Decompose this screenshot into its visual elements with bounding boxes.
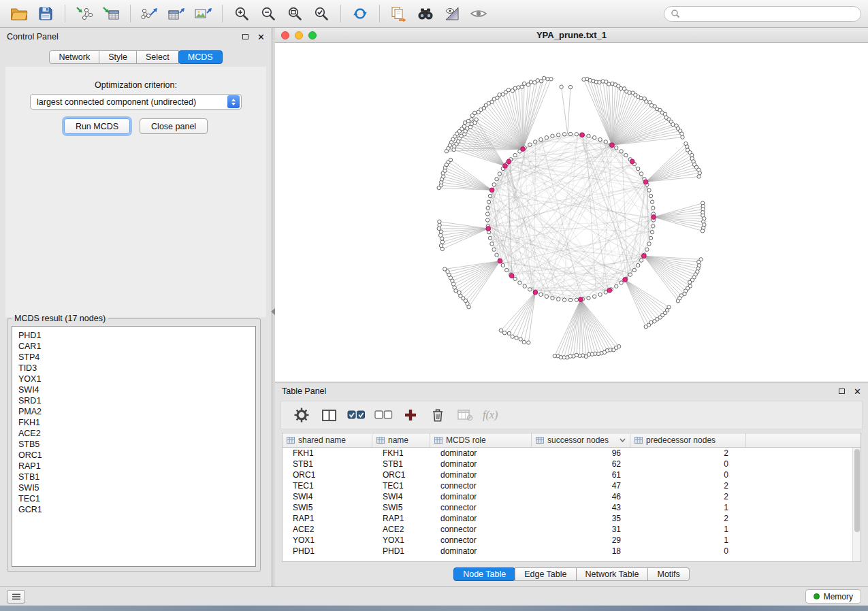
export-network-button[interactable] [138, 3, 162, 24]
birds-eye-view-button[interactable] [466, 3, 491, 24]
open-folder-icon [10, 6, 28, 21]
table-cell: STB1 [372, 459, 430, 469]
table-cell: connector [430, 535, 532, 546]
table-row[interactable]: RAP1RAP1dominator352 [283, 513, 852, 524]
toolbar-separator [379, 5, 380, 22]
table-cell-empty [738, 513, 852, 524]
mcds-node-item[interactable]: ACE2 [18, 428, 249, 439]
tab-network-table[interactable]: Network Table [576, 567, 649, 581]
tab-network[interactable]: Network [49, 50, 99, 64]
mcds-node-item[interactable]: TEC1 [18, 493, 249, 504]
refresh-layout-button[interactable] [348, 3, 372, 24]
table-row[interactable]: PHD1PHD1dominator180 [283, 546, 852, 557]
clone-network-button[interactable] [387, 3, 411, 24]
export-table-button[interactable] [164, 3, 189, 24]
mcds-node-item[interactable]: STP4 [18, 352, 249, 363]
import-network-button[interactable] [72, 3, 97, 24]
plus-icon [404, 408, 417, 422]
search-input[interactable] [684, 9, 854, 18]
mcds-result-list[interactable]: PHD1CAR1STP4TID3YOX1SWI4SRD1PMA2FKH1ACE2… [12, 326, 256, 567]
mcds-node-item[interactable]: STB5 [18, 439, 249, 450]
network-view-window: YPA_prune.txt_1 [275, 28, 868, 382]
search-box[interactable] [664, 6, 861, 22]
table-cell: 2 [630, 448, 738, 459]
table-scrollbar[interactable] [852, 448, 861, 561]
column-header-MCDS-role[interactable]: MCDS role [430, 433, 532, 447]
zoom-fit-button[interactable] [283, 3, 307, 24]
zoom-selected-button[interactable] [309, 3, 334, 24]
table-row[interactable]: YOX1YOX1connector291 [283, 535, 852, 546]
zoom-out-button[interactable] [256, 3, 280, 24]
tab-node-table[interactable]: Node Table [453, 567, 515, 581]
optimization-criterion-dropdown[interactable]: largest connected component (undirected) [30, 94, 242, 110]
save-session-button[interactable] [33, 3, 58, 24]
export-image-button[interactable] [191, 3, 215, 24]
control-panel-title: Control Panel [7, 32, 59, 42]
node-table-header-row: shared namenameMCDS rolesuccessor nodesp… [283, 433, 861, 448]
close-window-icon[interactable] [281, 31, 289, 39]
column-header-name[interactable]: name [372, 433, 430, 447]
graphics-details-button[interactable] [440, 3, 464, 24]
dropdown-selected-value: largest connected component (undirected) [31, 97, 227, 107]
column-header-predecessor-nodes[interactable]: predecessor nodes [630, 433, 746, 447]
run-mcds-button[interactable]: Run MCDS [64, 118, 130, 134]
mcds-node-item[interactable]: TID3 [18, 363, 249, 374]
table-row[interactable]: ORC1ORC1dominator610 [283, 469, 852, 480]
table-cell: dominator [430, 546, 532, 557]
table-cell: ORC1 [283, 469, 372, 480]
tab-motifs[interactable]: Motifs [647, 567, 689, 581]
close-panel-button[interactable]: Close panel [140, 118, 208, 134]
find-button[interactable] [413, 3, 438, 24]
table-row[interactable]: TEC1TEC1connector472 [283, 480, 852, 491]
tab-style[interactable]: Style [99, 50, 137, 64]
search-icon [671, 9, 680, 18]
chevron-down-icon[interactable] [620, 438, 626, 442]
delete-column-button[interactable] [425, 404, 450, 426]
scrollbar-thumb[interactable] [854, 449, 860, 532]
column-header-successor-nodes[interactable]: successor nodes [532, 433, 630, 447]
table-settings-button[interactable] [289, 404, 314, 426]
mcds-node-item[interactable]: PHD1 [18, 330, 249, 341]
table-row[interactable]: SWI5SWI5connector431 [283, 502, 852, 513]
mcds-node-item[interactable]: SRD1 [18, 395, 249, 406]
table-row[interactable]: FKH1FKH1dominator962 [283, 448, 852, 459]
mcds-node-item[interactable]: ORC1 [18, 450, 249, 461]
float-panel-icon[interactable] [839, 389, 845, 394]
column-label: successor nodes [547, 435, 609, 445]
select-all-rows-button[interactable] [344, 404, 368, 426]
clone-network-icon [390, 5, 408, 22]
import-table-button[interactable] [99, 3, 123, 24]
show-columns-button[interactable] [317, 404, 341, 426]
mcds-node-item[interactable]: PMA2 [18, 406, 249, 417]
memory-button[interactable]: Memory [805, 589, 861, 604]
table-row[interactable]: ACE2ACE2connector311 [283, 524, 852, 535]
table-row[interactable]: STB1STB1dominator620 [283, 459, 852, 469]
show-panels-button[interactable] [7, 590, 25, 604]
dropdown-stepper-icon [227, 95, 240, 108]
deselect-all-rows-button[interactable] [371, 404, 396, 426]
table-row[interactable]: SWI4SWI4dominator462 [283, 491, 852, 502]
maximize-window-icon[interactable] [308, 31, 317, 39]
zoom-in-button[interactable] [229, 3, 254, 24]
mcds-node-item[interactable]: CAR1 [18, 341, 249, 352]
column-header-shared-name[interactable]: shared name [283, 433, 372, 447]
table-cell: STB1 [283, 459, 372, 469]
tab-edge-table[interactable]: Edge Table [515, 567, 576, 581]
mcds-node-item[interactable]: RAP1 [18, 461, 249, 472]
mcds-node-item[interactable]: SWI5 [18, 482, 249, 493]
mcds-node-item[interactable]: STB1 [18, 472, 249, 482]
network-canvas[interactable] [275, 43, 868, 382]
mcds-node-item[interactable]: GCR1 [18, 504, 249, 515]
tab-mcds[interactable]: MCDS [178, 50, 223, 64]
float-panel-icon[interactable] [242, 34, 248, 39]
close-panel-icon[interactable]: ✕ [257, 33, 265, 42]
minimize-window-icon[interactable] [295, 31, 303, 39]
mcds-node-item[interactable]: SWI4 [18, 384, 249, 395]
open-session-button[interactable] [7, 3, 31, 24]
table-cell: 62 [532, 459, 630, 469]
tab-select[interactable]: Select [136, 50, 179, 64]
mcds-node-item[interactable]: YOX1 [18, 374, 249, 384]
create-column-button[interactable] [398, 404, 423, 426]
close-panel-icon[interactable]: ✕ [854, 387, 861, 396]
mcds-node-item[interactable]: FKH1 [18, 417, 249, 428]
